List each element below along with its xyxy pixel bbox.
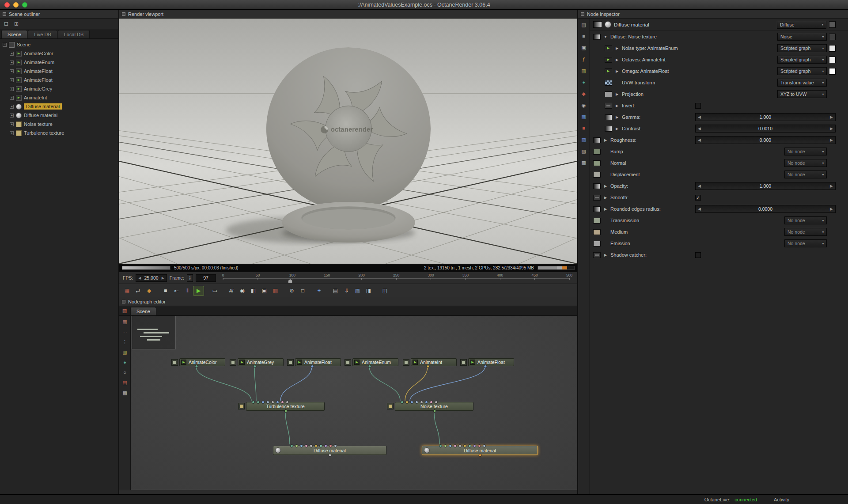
- omega-script-button[interactable]: [829, 68, 836, 75]
- nodegraph-tab-scene[interactable]: Scene: [130, 307, 156, 315]
- node-diffuse-material-8[interactable]: Diffuse material: [273, 446, 386, 455]
- tree-item-animateint-6[interactable]: +▶AnimateInt: [0, 93, 118, 102]
- node-output-pin[interactable]: [329, 454, 332, 457]
- node-input-pin[interactable]: [324, 444, 327, 447]
- slider-decrement-icon[interactable]: ◀: [698, 184, 701, 188]
- octaves-dropdown[interactable]: Scripted graph▼: [777, 56, 827, 64]
- fps-decrement-icon[interactable]: ◀: [138, 276, 141, 280]
- collapse-all-icon[interactable]: ⊟: [2, 20, 11, 28]
- slider-increment-icon[interactable]: ▶: [830, 207, 833, 211]
- tree-expand-toggle[interactable]: +: [10, 61, 14, 64]
- zoom-window-button[interactable]: [22, 2, 27, 8]
- node-input-pin[interactable]: [410, 401, 413, 404]
- node-input-pin[interactable]: [295, 444, 298, 447]
- save-image-icon[interactable]: ⇓: [341, 286, 352, 296]
- node-input-pin[interactable]: [261, 401, 265, 404]
- roughness-expander[interactable]: ▶: [603, 138, 608, 142]
- nodegraph-scrollbar[interactable]: [119, 490, 577, 494]
- insp-list-icon[interactable]: ≡: [580, 33, 588, 40]
- node-output-pin[interactable]: [254, 365, 257, 368]
- diffuse-script-button[interactable]: [829, 34, 836, 40]
- tree-expand-toggle[interactable]: +: [10, 122, 14, 126]
- nodegraph-minimap[interactable]: [132, 316, 176, 349]
- tab-scene[interactable]: Scene: [1, 30, 27, 38]
- tree-expand-toggle[interactable]: +: [10, 78, 14, 82]
- close-window-button[interactable]: [4, 2, 10, 8]
- stop-render-icon[interactable]: ■: [160, 286, 170, 296]
- node-input-pin[interactable]: [430, 401, 433, 404]
- focus-picker-icon[interactable]: ▣: [259, 286, 269, 296]
- octaves-expander[interactable]: ▶: [614, 58, 620, 62]
- node-turbulence-texture-6[interactable]: Turbulence texture: [246, 402, 325, 411]
- node-diffuse-material-9[interactable]: Diffuse material: [422, 446, 538, 455]
- node-input-pin[interactable]: [444, 444, 447, 447]
- node-output-pin[interactable]: [479, 454, 482, 457]
- ng-material-preview-icon[interactable]: ●: [121, 359, 129, 366]
- slider-increment-icon[interactable]: ▶: [830, 138, 833, 142]
- shadow-catcher-checkbox[interactable]: [695, 252, 701, 258]
- slider-decrement-icon[interactable]: ◀: [698, 207, 701, 211]
- ng-library-icon[interactable]: ▤: [121, 379, 129, 386]
- normal-dropdown[interactable]: No node▼: [784, 159, 827, 167]
- ng-align-horizontal-icon[interactable]: ⋯: [121, 328, 129, 335]
- node-input-pin[interactable]: [401, 401, 404, 404]
- fullscreen-icon[interactable]: ▭: [210, 286, 220, 296]
- node-animategrey-1[interactable]: ▶AnimateGrey: [238, 358, 284, 366]
- node-animatefloat-2[interactable]: ▶AnimateFloat: [295, 358, 341, 366]
- contrast-expander[interactable]: ▶: [614, 127, 620, 131]
- slider-decrement-icon[interactable]: ◀: [698, 138, 701, 142]
- render-viewport[interactable]: octanerender: [119, 19, 577, 264]
- autofocus-icon[interactable]: Af: [226, 286, 236, 296]
- node-input-pin[interactable]: [276, 401, 279, 404]
- insp-medium-icon[interactable]: ▧: [580, 136, 588, 143]
- tree-expand-toggle[interactable]: +: [10, 131, 14, 135]
- ng-grid-snap-icon[interactable]: ▩: [121, 389, 129, 396]
- frame-stepper[interactable]: ▲▼: [187, 274, 193, 282]
- node-output-pin[interactable]: [427, 365, 430, 368]
- frame-value-field[interactable]: 97: [196, 274, 216, 282]
- node-input-pin[interactable]: [319, 444, 322, 447]
- timeline-playhead[interactable]: [288, 279, 292, 283]
- node-input-pin[interactable]: [300, 444, 303, 447]
- smooth-checkbox[interactable]: ✓: [695, 195, 701, 201]
- insp-image-icon[interactable]: ▣: [580, 44, 588, 51]
- minimize-window-button[interactable]: [13, 2, 19, 8]
- tree-expand-toggle[interactable]: +: [10, 114, 14, 117]
- contrast-slider[interactable]: ◀0.0010▶: [695, 125, 836, 133]
- node-output-pin[interactable]: [284, 409, 288, 413]
- lock-resolution-icon[interactable]: ◫: [380, 286, 390, 296]
- tree-expand-toggle[interactable]: +: [10, 69, 14, 73]
- node-input-pin[interactable]: [473, 444, 476, 447]
- tree-item-diffuse-material-8[interactable]: +Diffuse material: [0, 111, 118, 120]
- node-output-pin[interactable]: [368, 365, 371, 368]
- tree-item-animateenum-2[interactable]: +▶AnimateEnum: [0, 58, 118, 67]
- rounded-edges-radius-expander[interactable]: ▶: [603, 207, 608, 211]
- medium-dropdown[interactable]: No node▼: [784, 228, 827, 236]
- ng-ungroup-icon[interactable]: ○: [121, 369, 129, 376]
- invert-expander[interactable]: ▶: [614, 104, 620, 108]
- diffuse-expander[interactable]: ▼: [603, 35, 608, 39]
- node-input-pin[interactable]: [483, 444, 486, 447]
- play-render-icon[interactable]: ▶: [193, 286, 204, 296]
- node-output-pin[interactable]: [433, 409, 436, 413]
- ng-pin-icon[interactable]: ▧: [121, 307, 129, 315]
- node-input-pin[interactable]: [439, 444, 442, 447]
- export-image-icon[interactable]: ▧: [352, 286, 363, 296]
- node-input-pin[interactable]: [286, 401, 289, 404]
- node-input-pin[interactable]: [290, 444, 293, 447]
- projection-dropdown[interactable]: XYZ to UVW▼: [777, 90, 827, 98]
- node-input-pin[interactable]: [449, 444, 452, 447]
- node-input-pin[interactable]: [468, 444, 471, 447]
- tree-item-scene-0[interactable]: −Scene: [0, 40, 118, 49]
- insp-script-icon[interactable]: ƒ: [580, 56, 588, 63]
- tree-expand-toggle[interactable]: +: [10, 105, 14, 109]
- restart-render-icon[interactable]: ⇤: [171, 286, 182, 296]
- ng-layout-icon[interactable]: ▦: [121, 318, 129, 325]
- node-animateenum-3[interactable]: ▶AnimateEnum: [352, 358, 398, 366]
- node-input-pin[interactable]: [271, 401, 274, 404]
- node-input-pin[interactable]: [305, 444, 308, 447]
- node-input-pin[interactable]: [415, 401, 418, 404]
- ng-align-vertical-icon[interactable]: ⋮: [121, 338, 129, 345]
- insp-liquid-icon[interactable]: ◆: [580, 90, 588, 97]
- insp-render-target-icon[interactable]: ▨: [580, 148, 588, 155]
